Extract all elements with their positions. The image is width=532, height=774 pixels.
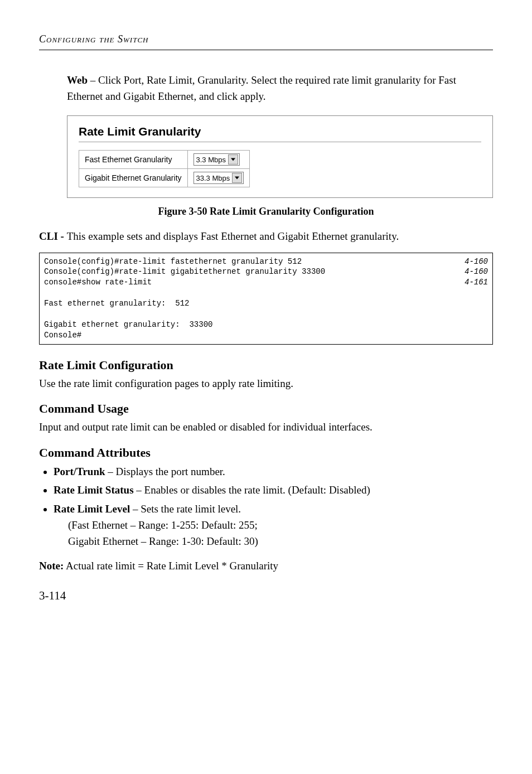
- section-title: Configuring the Switch: [39, 33, 148, 45]
- fast-ethernet-select[interactable]: 3.3 Mbps: [194, 153, 240, 166]
- code-refs: 4-160 4-160 4-161: [465, 257, 488, 341]
- code-block: Console(config)#rate-limit fastethernet …: [39, 253, 493, 345]
- section-header: Configuring the Switch: [39, 33, 493, 50]
- heading-command-usage: Command Usage: [39, 401, 493, 416]
- note-line: Note: Actual rate limit = Rate Limit Lev…: [39, 560, 493, 572]
- select-value: 33.3 Mbps: [196, 174, 230, 182]
- heading-rate-limit-config: Rate Limit Configuration: [39, 358, 493, 373]
- cli-text: This example sets and displays Fast Ethe…: [67, 230, 399, 242]
- list-item: Rate Limit Level – Sets the rate limit l…: [54, 501, 493, 550]
- attr-desc: – Displays the port number.: [105, 466, 225, 477]
- svg-marker-0: [231, 158, 235, 161]
- attr-subline: Gigabit Ethernet – Range: 1-30: Default:…: [68, 533, 493, 549]
- row-label: Fast Ethernet Granularity: [79, 151, 188, 169]
- list-item: Rate Limit Status – Enables or disables …: [54, 482, 493, 498]
- note-label: Note:: [39, 560, 64, 572]
- page-number: 3-114: [39, 589, 493, 603]
- command-usage-body: Input and output rate limit can be enabl…: [39, 419, 493, 436]
- note-text: Actual rate limit = Rate Limit Level * G…: [64, 560, 278, 572]
- list-item: Port/Trunk – Displays the port number.: [54, 463, 493, 480]
- code-commands: Console(config)#rate-limit fastethernet …: [44, 257, 325, 341]
- table-row: Fast Ethernet Granularity 3.3 Mbps: [79, 151, 250, 169]
- attr-desc: – Enables or disables the rate limit. (D…: [134, 484, 370, 496]
- figure-caption: Figure 3-50 Rate Limit Granularity Confi…: [39, 206, 493, 217]
- intro-paragraph: Web – Click Port, Rate Limit, Granularit…: [67, 72, 493, 104]
- row-value-cell: 3.3 Mbps: [187, 151, 250, 169]
- panel-divider: [79, 142, 481, 142]
- row-label: Gigabit Ethernet Granularity: [79, 169, 188, 187]
- attr-term: Rate Limit Level: [54, 503, 130, 515]
- chevron-down-icon: [228, 154, 238, 165]
- select-value: 3.3 Mbps: [196, 156, 226, 164]
- granularity-table: Fast Ethernet Granularity 3.3 Mbps Gigab…: [79, 150, 250, 187]
- attr-subline: (Fast Ethernet – Range: 1-255: Default: …: [68, 517, 493, 533]
- gigabit-ethernet-select[interactable]: 33.3 Mbps: [194, 172, 244, 184]
- attr-term: Port/Trunk: [54, 466, 105, 477]
- figure-panel: Rate Limit Granularity Fast Ethernet Gra…: [67, 115, 493, 198]
- cli-paragraph: CLI - This example sets and displays Fas…: [39, 229, 493, 245]
- attributes-list: Port/Trunk – Displays the port number. R…: [39, 463, 493, 550]
- table-row: Gigabit Ethernet Granularity 33.3 Mbps: [79, 169, 250, 187]
- row-value-cell: 33.3 Mbps: [187, 169, 250, 187]
- attr-term: Rate Limit Status: [54, 484, 134, 496]
- rate-limit-config-body: Use the rate limit configuration pages t…: [39, 376, 493, 392]
- intro-text: – Click Port, Rate Limit, Granularity. S…: [67, 74, 456, 102]
- attr-desc: – Sets the rate limit level.: [130, 503, 241, 515]
- svg-marker-1: [235, 177, 239, 180]
- cli-label: CLI -: [39, 230, 67, 242]
- heading-command-attributes: Command Attributes: [39, 446, 493, 460]
- panel-title: Rate Limit Granularity: [79, 125, 481, 138]
- chevron-down-icon: [232, 173, 242, 183]
- web-label: Web: [67, 74, 88, 86]
